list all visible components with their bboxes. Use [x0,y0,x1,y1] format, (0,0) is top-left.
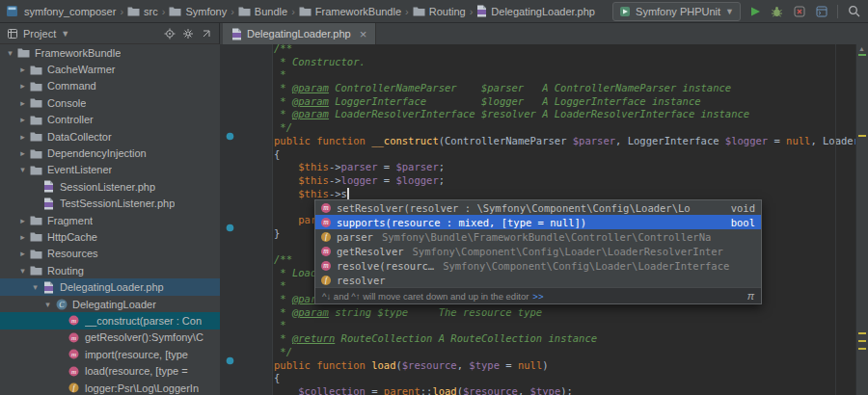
expand-arrow-icon[interactable]: ▾ [41,300,54,309]
expand-arrow-icon[interactable]: ▸ [16,148,29,158]
breadcrumb-item[interactable]: Routing [411,6,468,17]
tree-item[interactable]: mgetResolver():Symfony\C [0,329,220,346]
completion-hint: ^↓ and ^↑ will move caret down and up in… [322,291,529,302]
tree-item[interactable]: ▸Command [0,78,220,94]
breadcrumb-item[interactable]: src [125,6,160,17]
expand-arrow-icon[interactable]: ▾ [16,266,29,276]
expand-arrow-icon[interactable]: ▸ [16,232,29,242]
code-line: * @param LoaderResolverInterface $resolv… [274,108,855,121]
locate-file-icon[interactable] [164,28,176,40]
tree-item[interactable]: ▾CDelegatingLoader [0,296,220,312]
tab-delegatingloader[interactable]: DelegatingLoader.php × [223,23,376,44]
completion-item[interactable]: fparserSymfony\Bundle\FrameworkBundle\Co… [315,229,761,244]
svg-text:m: m [71,317,76,325]
tree-item[interactable]: ▸HttpCache [0,228,220,245]
override-gutter-icon[interactable] [226,132,234,141]
completion-name: resolve(resourc… [337,260,434,272]
tree-item[interactable]: ▸Controller [0,112,220,128]
breadcrumb-separator-icon: › [162,6,166,17]
breadcrumb-separator-icon: › [470,6,474,17]
editor-gutter [220,44,273,395]
phpunit-config-icon [619,6,631,17]
completion-item[interactable]: fresolver [315,273,761,287]
completion-more-link[interactable]: >> [532,291,543,302]
tree-item[interactable]: ▾FrameworkBundle [0,44,220,61]
override-gutter-icon[interactable] [226,356,234,365]
project-panel-title[interactable]: Project [23,28,56,40]
expand-arrow-icon[interactable]: ▸ [16,81,29,91]
code-line: { [274,148,855,162]
code-line: * [274,68,855,82]
expand-arrow-icon[interactable]: ▾ [29,282,41,292]
completion-item[interactable]: msetResolver(resolver : \Symfony\Compone… [315,200,761,215]
tree-item[interactable]: ▾Routing [0,262,220,278]
project-window-icon [6,5,18,17]
hide-panel-icon[interactable] [201,28,212,40]
folder-icon [169,6,181,16]
tree-item[interactable]: ▾EventListener [0,162,220,178]
expand-arrow-icon[interactable]: ▸ [16,132,29,142]
expand-arrow-icon[interactable]: ▸ [16,249,29,258]
tree-item[interactable]: ▸DependencyInjection [0,145,220,161]
completion-item[interactable]: mgetResolverSymfony\Component\Config\Loa… [315,244,761,258]
folder-icon [29,97,43,108]
stop-button[interactable] [791,3,807,19]
expand-arrow-icon[interactable]: ▾ [16,165,29,174]
completion-footer: ^↓ and ^↑ will move caret down and up in… [315,287,761,303]
right-margin-guide [835,44,836,395]
run-button[interactable] [746,3,763,19]
stripe-mark[interactable] [858,54,866,56]
tree-item[interactable]: ▾DelegatingLoader.php [0,278,220,295]
breadcrumb-item[interactable]: Bundle [236,6,289,17]
tree-item[interactable]: ▸Fragment [0,212,220,228]
stripe-mark[interactable] [858,332,866,334]
breadcrumb-item[interactable]: symfony_composer [22,6,118,17]
field-icon: f [321,276,331,285]
override-gutter-icon[interactable] [226,224,234,232]
breadcrumb-item[interactable]: DelegatingLoader.php [475,5,597,17]
tree-item[interactable]: mload(resource, [type = [0,362,220,379]
stripe-mark[interactable] [858,348,866,350]
gear-icon[interactable] [182,28,194,40]
tree-item[interactable]: mimport(resource, [type [0,346,220,362]
breadcrumb-item[interactable]: Symfony [167,6,229,17]
console-button[interactable] [813,3,829,19]
tree-item[interactable]: ▸CacheWarmer [0,61,220,77]
search-icon[interactable] [846,3,862,19]
breadcrumb-separator-icon: › [291,6,295,17]
chevron-down-icon[interactable]: ▼ [61,29,69,39]
expand-arrow-icon[interactable]: ▸ [16,115,29,124]
close-icon[interactable]: × [360,28,367,40]
tree-item[interactable]: ▸DataCollector [0,128,220,145]
tree-item[interactable]: flogger:Psr\Log\LoggerIn [0,380,220,395]
tree-item[interactable]: ▸Console [0,94,220,111]
tree-item[interactable]: SessionListener.php [0,178,220,195]
scroll-up-icon[interactable]: ▲ [858,45,865,52]
tree-item[interactable]: m__construct(parser : Con [0,312,220,329]
expand-arrow-icon[interactable]: ▸ [16,98,29,108]
run-config-selector[interactable]: Symfony PHPUnit ▼ [612,2,741,21]
completion-item[interactable]: msupports(resource : mixed, [type = null… [315,215,761,229]
panel-header-actions [164,28,212,40]
editor[interactable]: /** * Constructor. * * @param Controller… [220,44,868,395]
folder-icon [29,131,43,142]
stripe-mark[interactable] [858,340,866,342]
breadcrumb-label: DelegatingLoader.php [491,6,595,17]
completion-return-type: bool [723,217,755,228]
breadcrumb-item[interactable]: FrameworkBundle [297,6,403,17]
text-cursor [347,188,349,199]
tree-item-label: Console [47,97,86,109]
tree-item[interactable]: ▸Resources [0,246,220,262]
stripe-mark[interactable] [858,135,866,137]
debug-button[interactable] [769,3,785,19]
expand-arrow-icon[interactable]: ▸ [16,216,29,225]
code-line: * @param string $type The resource type [274,306,855,320]
completion-item[interactable]: mresolve(resourc…Symfony\Component\Confi… [315,258,761,273]
expand-arrow-icon[interactable]: ▸ [16,65,29,74]
tree-item-label: HttpCache [47,231,97,243]
folder-icon [29,265,43,276]
breadcrumb-label: src [144,6,158,17]
tree-item[interactable]: TestSessionListener.php [0,196,220,212]
error-stripe[interactable]: ▲ [855,44,868,395]
expand-arrow-icon[interactable]: ▾ [4,48,16,58]
